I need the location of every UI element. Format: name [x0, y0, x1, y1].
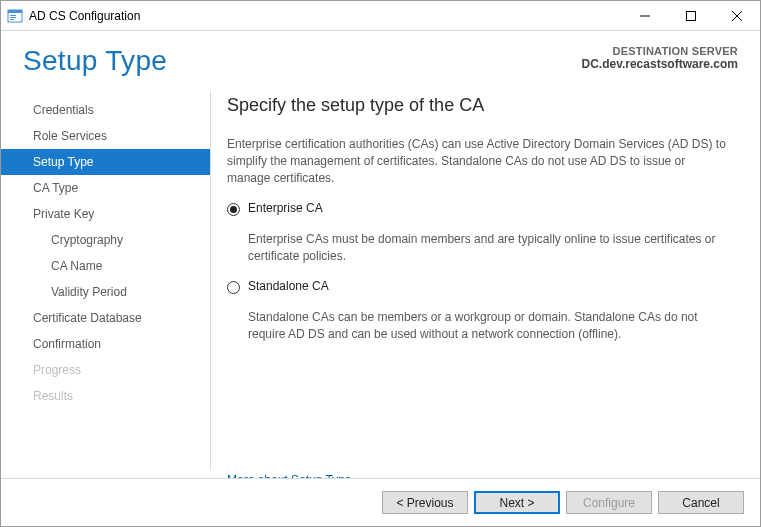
- cancel-button[interactable]: Cancel: [658, 491, 744, 514]
- sidebar: CredentialsRole ServicesSetup TypeCA Typ…: [1, 85, 211, 478]
- sidebar-item-private-key[interactable]: Private Key: [1, 201, 211, 227]
- destination-server: DESTINATION SERVER DC.dev.recastsoftware…: [581, 45, 738, 71]
- svg-line-8: [732, 11, 742, 21]
- option-enterprise-ca[interactable]: Enterprise CA: [227, 201, 730, 217]
- option-desc: Standalone CAs can be members or a workg…: [248, 309, 730, 343]
- radio-enterprise-ca[interactable]: [227, 203, 240, 216]
- sidebar-item-validity-period[interactable]: Validity Period: [1, 279, 211, 305]
- footer: < Previous Next > Configure Cancel: [1, 478, 760, 526]
- sidebar-item-certificate-database[interactable]: Certificate Database: [1, 305, 211, 331]
- sidebar-item-setup-type[interactable]: Setup Type: [1, 149, 211, 175]
- radio-standalone-ca[interactable]: [227, 281, 240, 294]
- content-pane: Specify the setup type of the CA Enterpr…: [211, 85, 756, 478]
- configure-button: Configure: [566, 491, 652, 514]
- sidebar-item-results: Results: [1, 383, 211, 409]
- window-title: AD CS Configuration: [29, 9, 140, 23]
- option-desc: Enterprise CAs must be domain members an…: [248, 231, 730, 265]
- sidebar-item-ca-type[interactable]: CA Type: [1, 175, 211, 201]
- close-button[interactable]: [714, 1, 760, 31]
- svg-rect-1: [8, 10, 22, 13]
- sidebar-item-progress: Progress: [1, 357, 211, 383]
- option-title: Enterprise CA: [248, 201, 730, 215]
- titlebar: AD CS Configuration: [1, 1, 760, 31]
- sidebar-item-confirmation[interactable]: Confirmation: [1, 331, 211, 357]
- destination-value: DC.dev.recastsoftware.com: [581, 57, 738, 71]
- svg-line-7: [732, 11, 742, 21]
- minimize-button[interactable]: [622, 1, 668, 31]
- app-icon: [7, 8, 23, 24]
- option-standalone-ca[interactable]: Standalone CA: [227, 279, 730, 295]
- sidebar-item-ca-name[interactable]: CA Name: [1, 253, 211, 279]
- maximize-button[interactable]: [668, 1, 714, 31]
- sidebar-item-cryptography[interactable]: Cryptography: [1, 227, 211, 253]
- svg-rect-6: [687, 11, 696, 20]
- svg-rect-2: [10, 15, 16, 16]
- sidebar-item-role-services[interactable]: Role Services: [1, 123, 211, 149]
- svg-rect-3: [10, 17, 16, 18]
- previous-button[interactable]: < Previous: [382, 491, 468, 514]
- svg-rect-4: [10, 19, 14, 20]
- page-title: Setup Type: [23, 45, 167, 77]
- option-title: Standalone CA: [248, 279, 730, 293]
- intro-text: Enterprise certification authorities (CA…: [227, 136, 730, 187]
- destination-label: DESTINATION SERVER: [581, 45, 738, 57]
- content-heading: Specify the setup type of the CA: [227, 95, 730, 116]
- sidebar-item-credentials[interactable]: Credentials: [1, 97, 211, 123]
- wizard-header: Setup Type DESTINATION SERVER DC.dev.rec…: [1, 31, 760, 81]
- next-button[interactable]: Next >: [474, 491, 560, 514]
